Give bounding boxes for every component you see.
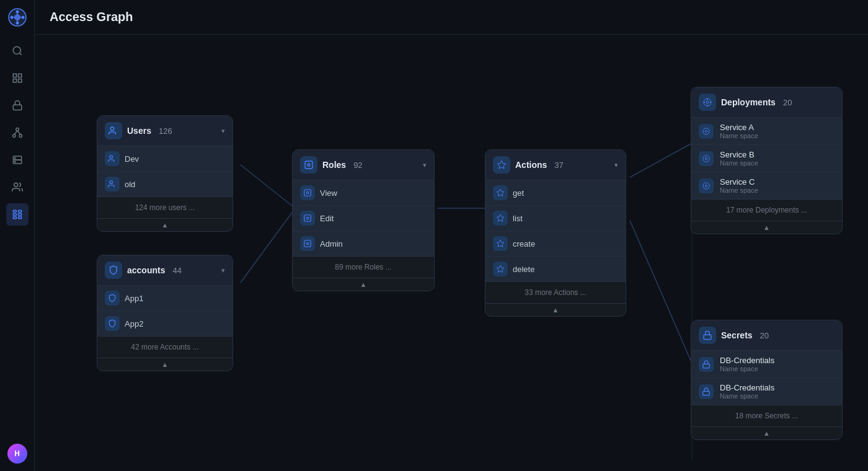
- accounts-header-icon: [105, 262, 122, 279]
- users-chevron-icon[interactable]: ▾: [221, 127, 225, 135]
- actions-item-delete-label: delete: [513, 265, 534, 274]
- svg-point-57: [705, 185, 707, 187]
- svg-rect-12: [13, 74, 16, 77]
- secrets-db2-sub: Name space: [720, 392, 774, 400]
- sidebar-users-icon[interactable]: [6, 176, 29, 198]
- app-logo[interactable]: [7, 7, 27, 27]
- deployments-icon-service-a: [699, 124, 714, 139]
- roles-icon-edit: [300, 211, 315, 226]
- secrets-item-db2[interactable]: DB-Credentials Name space: [691, 377, 842, 405]
- secrets-db1-name: DB-Credentials: [720, 356, 774, 365]
- users-item-old[interactable]: old: [97, 171, 232, 196]
- accounts-icon-app1: [105, 291, 120, 306]
- actions-item-delete[interactable]: delete: [485, 256, 626, 281]
- svg-marker-48: [497, 240, 504, 247]
- sidebar-graph-icon[interactable]: [6, 203, 29, 226]
- secrets-db1-sub: Name space: [720, 365, 774, 372]
- users-item-old-label: old: [125, 180, 135, 189]
- svg-rect-43: [304, 240, 311, 247]
- accounts-more[interactable]: 42 more Accounts ...: [97, 336, 232, 358]
- svg-rect-30: [18, 214, 21, 216]
- actions-item-create[interactable]: create: [485, 231, 626, 256]
- accounts-item-app1[interactable]: App1: [97, 285, 232, 310]
- users-more[interactable]: 124 more users ...: [97, 196, 232, 218]
- actions-icon-list: [493, 211, 508, 226]
- roles-item-admin-label: Admin: [320, 239, 343, 249]
- actions-node: Actions 37 ▾ get list: [485, 149, 626, 317]
- roles-more[interactable]: 89 more Roles ...: [293, 256, 434, 278]
- actions-more[interactable]: 33 more Actions ...: [485, 281, 626, 303]
- svg-rect-16: [13, 105, 22, 110]
- users-item-dev[interactable]: Dev: [97, 146, 232, 171]
- secrets-more[interactable]: 18 more Secrets ...: [691, 405, 842, 426]
- actions-chevron-up[interactable]: ▲: [485, 303, 626, 316]
- accounts-node-title: accounts: [127, 265, 165, 275]
- page-title: Access Graph: [50, 10, 133, 24]
- users-node-header[interactable]: Users 126 ▾: [97, 116, 232, 146]
- svg-point-10: [13, 46, 20, 54]
- users-node-title: Users: [127, 126, 151, 136]
- roles-item-view-label: View: [320, 188, 337, 198]
- svg-point-34: [110, 127, 113, 130]
- accounts-node-count: 44: [172, 266, 181, 275]
- actions-node-title: Actions: [515, 160, 547, 170]
- roles-item-view[interactable]: View: [293, 180, 434, 205]
- deployments-service-c-name: Service C: [720, 177, 758, 187]
- roles-item-edit[interactable]: Edit: [293, 205, 434, 231]
- secrets-chevron-up[interactable]: ▲: [691, 426, 842, 439]
- sidebar-lock-icon[interactable]: [6, 94, 29, 117]
- deployments-item-service-b[interactable]: Service B Name space: [691, 144, 842, 172]
- sidebar-dashboard-icon[interactable]: [6, 67, 29, 89]
- deployments-item-service-c[interactable]: Service C Name space: [691, 172, 842, 199]
- secrets-db2-name: DB-Credentials: [720, 383, 774, 392]
- sidebar-server-icon[interactable]: [6, 149, 29, 171]
- accounts-chevron-icon[interactable]: ▾: [221, 266, 225, 275]
- deployments-node-header[interactable]: Deployments 20: [691, 87, 842, 117]
- users-node: Users 126 ▾ Dev: [97, 115, 233, 232]
- svg-rect-37: [305, 161, 312, 169]
- svg-marker-47: [497, 214, 504, 221]
- accounts-item-app2[interactable]: App2: [97, 310, 232, 336]
- svg-point-18: [12, 134, 16, 138]
- sidebar: H: [0, 0, 35, 471]
- actions-chevron-icon[interactable]: ▾: [614, 161, 618, 169]
- sidebar-search-icon[interactable]: [6, 40, 29, 62]
- svg-point-5: [21, 16, 24, 19]
- roles-item-admin[interactable]: Admin: [293, 231, 434, 256]
- svg-point-53: [705, 130, 707, 133]
- users-item-dev-label: Dev: [125, 154, 139, 164]
- svg-point-17: [16, 128, 19, 131]
- svg-point-3: [16, 22, 19, 25]
- user-avatar[interactable]: H: [7, 444, 27, 464]
- accounts-item-app2-label: App2: [125, 319, 143, 328]
- sidebar-bottom: H: [7, 444, 27, 464]
- actions-item-list[interactable]: list: [485, 205, 626, 231]
- svg-point-38: [308, 164, 310, 166]
- deployments-chevron-up[interactable]: ▲: [691, 221, 842, 234]
- roles-chevron-up[interactable]: ▲: [293, 278, 434, 291]
- sidebar-network-icon[interactable]: [6, 121, 29, 144]
- secrets-node-header[interactable]: Secrets 20: [691, 320, 842, 350]
- roles-chevron-icon[interactable]: ▾: [423, 161, 427, 169]
- accounts-chevron-up[interactable]: ▲: [97, 358, 232, 371]
- svg-point-4: [10, 16, 13, 19]
- secrets-item-db1[interactable]: DB-Credentials Name space: [691, 350, 842, 377]
- svg-point-24: [14, 157, 16, 159]
- svg-marker-45: [497, 161, 505, 169]
- actions-node-header[interactable]: Actions 37 ▾: [485, 150, 626, 180]
- svg-point-26: [14, 183, 17, 187]
- accounts-node: accounts 44 ▾ App1 App2: [97, 255, 233, 371]
- deployments-more[interactable]: 17 more Deployments ...: [691, 199, 842, 221]
- actions-item-get-label: get: [513, 188, 524, 198]
- roles-node-header[interactable]: Roles 92 ▾: [293, 150, 434, 180]
- secrets-node-count: 20: [760, 331, 769, 340]
- svg-rect-15: [18, 79, 21, 82]
- roles-item-edit-label: Edit: [320, 214, 334, 223]
- deployments-item-service-a[interactable]: Service A Name space: [691, 117, 842, 144]
- users-chevron-up[interactable]: ▲: [97, 218, 232, 231]
- deployments-service-b-name: Service B: [720, 150, 758, 159]
- accounts-node-header[interactable]: accounts 44 ▾: [97, 255, 232, 285]
- svg-point-42: [306, 217, 309, 219]
- actions-item-get[interactable]: get: [485, 180, 626, 205]
- svg-marker-49: [497, 265, 504, 272]
